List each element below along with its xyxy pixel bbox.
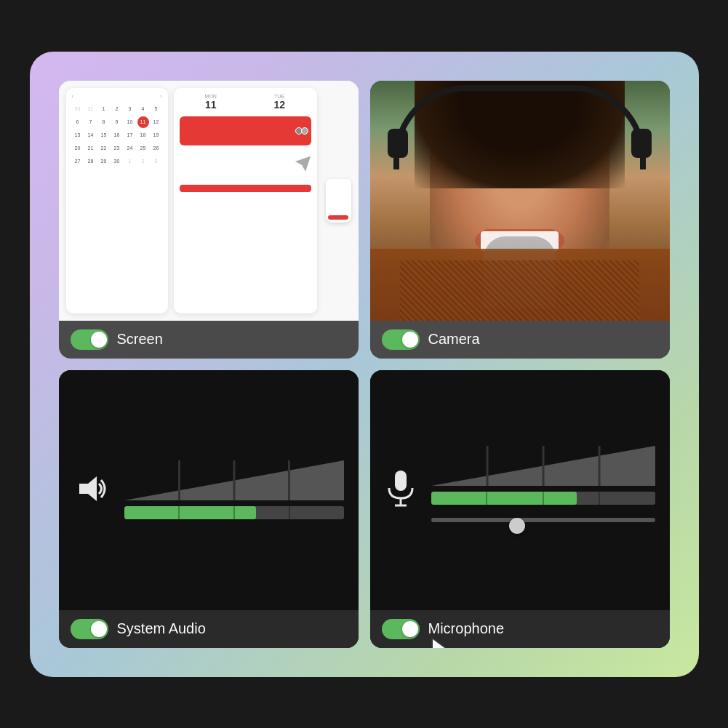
cal-cell: 3 <box>124 103 136 115</box>
cal-cell: 4 <box>137 103 149 115</box>
audio-card-footer: System Audio <box>59 610 359 648</box>
mic-slider-thumb[interactable] <box>509 518 525 534</box>
cal-cell: 29 <box>98 156 110 167</box>
day-label-tue: TUE <box>248 94 311 99</box>
triangle-meter-audio <box>124 460 344 500</box>
schedule-bar <box>180 185 311 192</box>
screen-card-footer: Screen <box>59 321 359 359</box>
audio-viz <box>59 370 359 610</box>
screen-card: ‹ › 30 31 1 2 3 4 5 <box>59 81 359 359</box>
cal-cell: 10 <box>124 116 136 128</box>
microphone-card-footer: Microphone <box>370 610 670 648</box>
main-container: ‹ › 30 31 1 2 3 4 5 <box>30 52 699 677</box>
mic-divider-1 <box>486 492 487 505</box>
schedule-mock: MON 11 TUE 12 <box>174 88 317 313</box>
cal-prev-arrow: ‹ <box>72 94 73 99</box>
microphone-icon <box>385 469 417 511</box>
cal-cell: 17 <box>124 129 136 141</box>
cal-cell: 23 <box>111 143 123 154</box>
mic-slider-track <box>431 518 655 522</box>
screen-toggle-knob <box>91 332 107 348</box>
cal-cell: 30 <box>72 103 84 115</box>
cal-cell: 18 <box>137 129 149 141</box>
microphone-label: Microphone <box>428 620 505 637</box>
svg-rect-5 <box>395 471 407 491</box>
cal-cell: 20 <box>72 143 84 154</box>
headphones-band <box>393 85 645 169</box>
cal-cell: 28 <box>85 156 97 167</box>
cal-cell: 31 <box>85 103 97 115</box>
schedule-event <box>180 116 311 145</box>
divider-2 <box>233 506 235 519</box>
camera-card: Camera <box>370 81 670 359</box>
camera-content <box>370 81 670 321</box>
cal-cell: 30 <box>111 156 123 167</box>
cal-cell: 13 <box>72 129 84 141</box>
audio-level-bar-bg <box>124 506 344 519</box>
plane-icon <box>289 148 311 185</box>
cal-cell: 5 <box>151 103 162 115</box>
cal-cell: 6 <box>72 116 84 128</box>
audio-toggle[interactable] <box>71 619 108 639</box>
camera-toggle[interactable] <box>382 329 420 350</box>
camera-toggle-knob <box>402 332 418 348</box>
cal-cell: 21 <box>85 143 97 154</box>
cal-cell: 19 <box>151 129 162 141</box>
mic-divider-3 <box>599 492 600 505</box>
divider-1 <box>178 506 180 519</box>
schedule-day-tue: TUE 12 <box>248 94 311 111</box>
level-dividers <box>124 506 344 519</box>
cal-cell: 7 <box>85 116 97 128</box>
day-num-mon: 11 <box>180 99 243 111</box>
headphone-right <box>631 129 652 158</box>
cal-cell: 1 <box>98 103 110 115</box>
schedule-header: MON 11 TUE 12 <box>180 94 311 111</box>
mic-divider-2 <box>543 492 544 505</box>
cal-cell: 3 <box>151 156 162 167</box>
mic-level-dividers <box>431 492 655 505</box>
screen-content: ‹ › 30 31 1 2 3 4 5 <box>59 81 359 321</box>
microphone-toggle[interactable] <box>382 619 420 639</box>
cal-cell: 15 <box>98 129 110 141</box>
cal-cell: 24 <box>124 143 136 154</box>
cal-cell: 22 <box>98 143 110 154</box>
grid-wrapper: ‹ › 30 31 1 2 3 4 5 <box>59 81 670 648</box>
speaker-icon <box>73 471 110 510</box>
phone-bar <box>328 215 348 220</box>
event-avatars <box>295 127 308 135</box>
audio-toggle-knob <box>91 621 107 637</box>
mic-level-bar-bg <box>431 492 655 505</box>
cal-cell: 12 <box>151 116 162 128</box>
audio-level-meter <box>124 460 344 519</box>
microphone-toggle-knob <box>402 621 418 637</box>
avatar-2 <box>301 127 308 135</box>
calendar-grid: 30 31 1 2 3 4 5 6 7 8 9 <box>72 103 162 167</box>
headphone-left <box>388 129 408 158</box>
calendar-header: ‹ › <box>72 94 162 99</box>
cal-cell: 2 <box>111 103 123 115</box>
phone-mock <box>326 179 351 223</box>
cal-cell: 25 <box>137 143 149 154</box>
cal-next-arrow: › <box>160 94 161 99</box>
camera-preview-area <box>370 81 670 321</box>
cards-grid: ‹ › 30 31 1 2 3 4 5 <box>59 81 670 648</box>
cal-cell: 27 <box>72 156 84 167</box>
mic-level-meter <box>431 446 655 534</box>
day-label-mon: MON <box>180 94 243 99</box>
cal-cell: 26 <box>151 143 162 154</box>
camera-label: Camera <box>428 331 480 348</box>
cal-cell: 8 <box>98 116 110 128</box>
schedule-day-mon: MON 11 <box>180 94 243 111</box>
microphone-viz <box>370 370 670 610</box>
camera-card-footer: Camera <box>370 321 670 359</box>
screen-preview-area: ‹ › 30 31 1 2 3 4 5 <box>59 81 359 321</box>
cal-cell: 1 <box>124 156 136 167</box>
cal-cell: 16 <box>111 129 123 141</box>
microphone-card: Microphone <box>370 370 670 648</box>
audio-card: System Audio <box>59 370 359 648</box>
divider-3 <box>289 506 290 519</box>
cal-cell: 2 <box>137 156 149 167</box>
audio-label: System Audio <box>117 620 206 637</box>
screen-toggle[interactable] <box>71 329 108 350</box>
cal-cell-today: 11 <box>137 116 149 128</box>
